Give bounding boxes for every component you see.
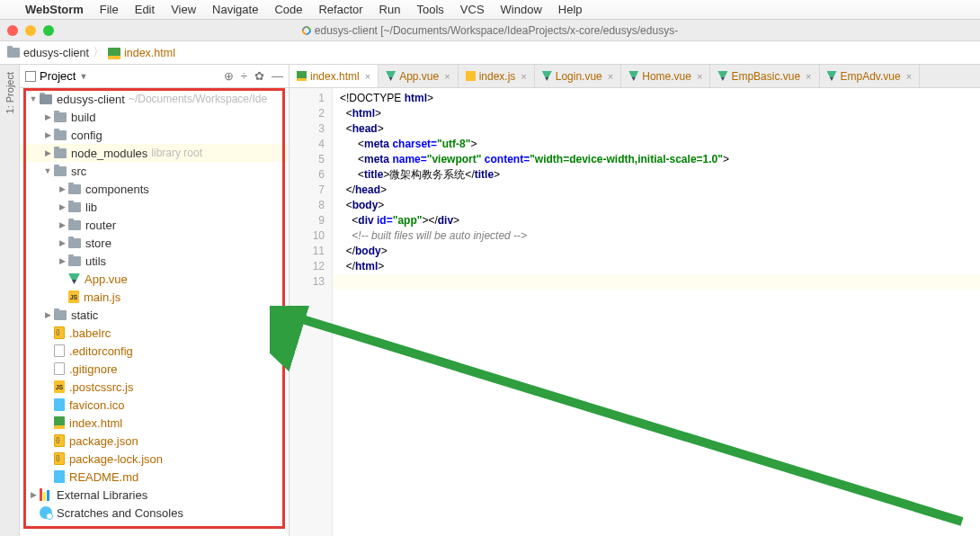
expand-arrow-icon[interactable]: ▼ (41, 166, 54, 175)
window-close-button[interactable] (7, 25, 18, 36)
editor-body[interactable]: 12345678910111213 <!DOCTYPE html> <html>… (290, 88, 980, 536)
window-title: edusys-client [~/Documents/Workspace/Ide… (302, 24, 678, 37)
tree-item-edusys-client[interactable]: ▼edusys-client~/Documents/Workspace/Ide (20, 90, 289, 108)
tree-item-package-json[interactable]: package.json (20, 432, 289, 450)
close-icon[interactable]: × (697, 71, 702, 82)
tree-item--gitignore[interactable]: .gitignore (20, 360, 289, 378)
tree-item-app-vue[interactable]: App.vue (20, 270, 289, 288)
tab-home-vue[interactable]: Home.vue× (621, 65, 710, 87)
expand-arrow-icon[interactable]: ▶ (41, 310, 54, 319)
collapse-icon[interactable]: ÷ (241, 69, 247, 83)
close-icon[interactable]: × (906, 71, 912, 82)
project-tool-button[interactable]: 1: Project (4, 72, 15, 113)
tree-item-label: .editorconfig (69, 344, 133, 358)
menu-help[interactable]: Help (558, 3, 583, 16)
tree-item--babelrc[interactable]: .babelrc (20, 324, 289, 342)
tree-item-router[interactable]: ▶router (20, 216, 289, 234)
close-icon[interactable]: × (608, 71, 613, 82)
expand-arrow-icon[interactable]: ▶ (41, 130, 54, 139)
tree-item-favicon-ico[interactable]: favicon.ico (20, 396, 289, 414)
tree-item-node-modules[interactable]: ▶node_moduleslibrary root (20, 144, 289, 162)
hide-icon[interactable]: — (272, 69, 283, 83)
menu-navigate[interactable]: Navigate (212, 3, 258, 16)
panel-title[interactable]: Project (40, 69, 76, 83)
menu-run[interactable]: Run (379, 3, 401, 16)
folder-icon (54, 148, 67, 158)
tree-item-label: package-lock.json (69, 452, 163, 466)
tree-item-lib[interactable]: ▶lib (20, 198, 289, 216)
chevron-right-icon: 〉 (93, 45, 104, 60)
side-tool-strip: 1: Project (0, 65, 20, 536)
expand-arrow-icon[interactable]: ▶ (41, 112, 54, 121)
close-icon[interactable]: × (444, 71, 450, 82)
menu-edit[interactable]: Edit (135, 3, 155, 16)
expand-arrow-icon[interactable]: ▶ (56, 202, 68, 211)
vue-file-icon (386, 71, 396, 81)
expand-arrow-icon[interactable]: ▶ (56, 238, 68, 247)
folder-icon (68, 256, 81, 266)
settings-icon[interactable]: ✿ (254, 69, 264, 83)
tree-item-utils[interactable]: ▶utils (20, 252, 289, 270)
menu-file[interactable]: File (100, 3, 119, 16)
js-file-icon: JS (54, 380, 65, 393)
app-name[interactable]: WebStorm (25, 3, 84, 16)
window-minimize-button[interactable] (25, 25, 36, 36)
expand-arrow-icon[interactable]: ▶ (56, 220, 68, 229)
expand-arrow-icon[interactable]: ▶ (41, 148, 54, 157)
vue-file-icon (542, 71, 552, 81)
libraries-icon (40, 488, 52, 501)
tree-item-build[interactable]: ▶build (20, 108, 289, 126)
menu-code[interactable]: Code (274, 3, 302, 16)
folder-icon (68, 202, 81, 212)
expand-arrow-icon[interactable]: ▼ (27, 94, 40, 103)
tree-item-index-html[interactable]: index.html (20, 414, 289, 432)
tree-item-main-js[interactable]: JSmain.js (20, 288, 289, 306)
tree-item-external-libraries[interactable]: ▶External Libraries (20, 486, 289, 504)
menu-refactor[interactable]: Refactor (318, 3, 362, 16)
tree-item-components[interactable]: ▶components (20, 180, 289, 198)
close-icon[interactable]: × (521, 71, 526, 82)
tree-item--editorconfig[interactable]: .editorconfig (20, 342, 289, 360)
line-gutter: 12345678910111213 (290, 88, 333, 536)
menu-vcs[interactable]: VCS (460, 3, 485, 16)
tab-index-js[interactable]: index.js× (459, 65, 535, 87)
tree-item-src[interactable]: ▼src (20, 162, 289, 180)
close-icon[interactable]: × (806, 71, 811, 82)
tree-item-store[interactable]: ▶store (20, 234, 289, 252)
tab-index-html[interactable]: index.html× (290, 65, 379, 87)
code-area[interactable]: <!DOCTYPE html> <html> <head> <meta char… (333, 88, 980, 536)
window-maximize-button[interactable] (43, 25, 54, 36)
tree-item-label: store (85, 237, 111, 250)
menu-window[interactable]: Window (501, 3, 542, 16)
tree-item-label: App.vue (85, 272, 128, 286)
tab-login-vue[interactable]: Login.vue× (535, 65, 621, 87)
breadcrumb-root[interactable]: edusys-client (23, 47, 89, 59)
menu-tools[interactable]: Tools (416, 3, 443, 16)
breadcrumb: edusys-client 〉 index.html (0, 41, 980, 65)
tree-item--postcssrc-js[interactable]: JS.postcssrc.js (20, 378, 289, 396)
tree-item-label: main.js (84, 290, 120, 304)
tree-item-scratches[interactable]: Scratches and Consoles (20, 504, 289, 522)
tab-empbasic-vue[interactable]: EmpBasic.vue× (710, 65, 819, 87)
md-file-icon (54, 470, 65, 483)
tree-item-readme-md[interactable]: README.md (20, 468, 289, 486)
tree-item-label: config (71, 129, 102, 142)
project-panel: Project ▼ ⊕ ÷ ✿ — ▼edusys-client~/Docume… (20, 65, 290, 536)
tree-item-label: build (71, 111, 95, 124)
locate-icon[interactable]: ⊕ (224, 69, 234, 83)
tree-item-label: .babelrc (69, 326, 111, 340)
tab-empadv-vue[interactable]: EmpAdv.vue× (820, 65, 921, 87)
tree-item-config[interactable]: ▶config (20, 126, 289, 144)
project-tree[interactable]: ▼edusys-client~/Documents/Workspace/Ide▶… (20, 88, 289, 536)
tree-item-static[interactable]: ▶static (20, 306, 289, 324)
editor-tabs: index.html×App.vue×index.js×Login.vue×Ho… (290, 65, 980, 88)
breadcrumb-file[interactable]: index.html (124, 47, 175, 59)
menu-view[interactable]: View (171, 3, 196, 16)
folder-icon (54, 166, 67, 176)
expand-arrow-icon[interactable]: ▶ (56, 184, 68, 193)
tab-app-vue[interactable]: App.vue× (379, 65, 458, 87)
expand-arrow-icon[interactable]: ▶ (56, 256, 68, 265)
tree-item-package-lock-json[interactable]: package-lock.json (20, 450, 289, 468)
chevron-down-icon[interactable]: ▼ (79, 72, 87, 81)
close-icon[interactable]: × (365, 71, 370, 82)
